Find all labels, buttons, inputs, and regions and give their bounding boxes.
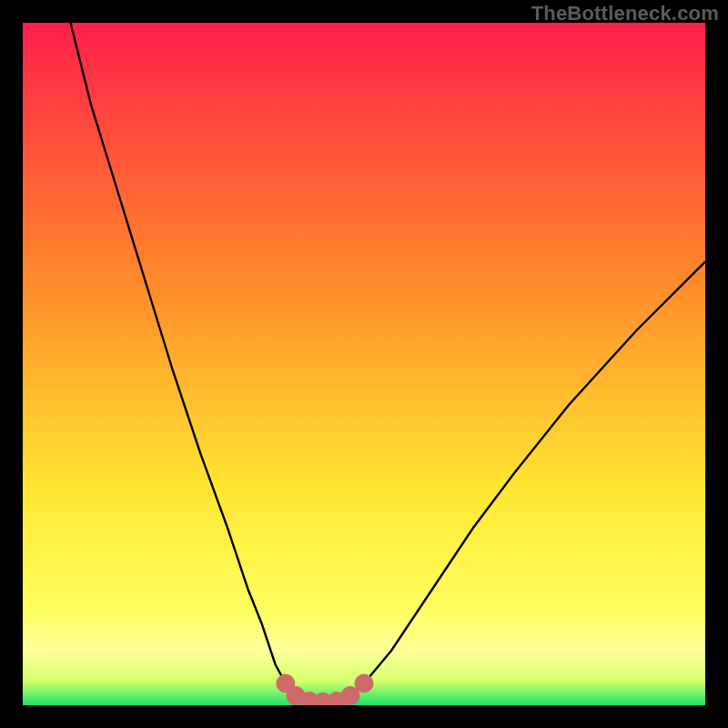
gradient-background <box>23 23 705 705</box>
chart-frame: TheBottleneck.com <box>0 0 728 728</box>
marker-point <box>355 674 373 693</box>
chart-plot-area <box>23 23 705 705</box>
chart-svg <box>23 23 705 705</box>
